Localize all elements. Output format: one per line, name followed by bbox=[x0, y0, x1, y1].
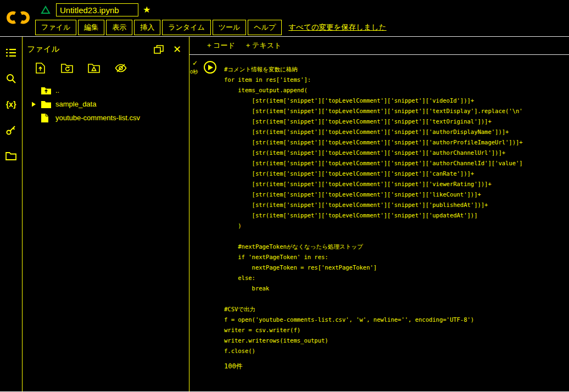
tree-label: sample_data bbox=[55, 100, 96, 108]
tree-row-csv-file[interactable]: youtube-comments-list.csv bbox=[23, 111, 189, 125]
cell-gutter: ✓ 0秒 bbox=[189, 58, 224, 356]
secrets-key-icon[interactable] bbox=[4, 124, 18, 136]
title-bar: ★ bbox=[40, 3, 150, 16]
open-in-tab-icon[interactable] bbox=[154, 45, 164, 54]
menu-item-runtime[interactable]: ランタイム bbox=[162, 20, 211, 35]
files-folder-icon[interactable] bbox=[4, 150, 18, 162]
close-panel-icon[interactable]: ✕ bbox=[173, 44, 181, 54]
file-panel: ファイル ✕ bbox=[23, 37, 189, 391]
folder-icon bbox=[41, 100, 53, 109]
mount-drive-icon[interactable] bbox=[87, 62, 101, 74]
code-line[interactable] bbox=[224, 231, 523, 242]
body: {x} ファイル bbox=[0, 37, 569, 391]
code-line[interactable]: if 'nextPageToken' in res: bbox=[224, 252, 523, 262]
menu-item-insert[interactable]: 挿入 bbox=[134, 20, 160, 35]
left-rail: {x} bbox=[0, 37, 23, 391]
cell-insert-toolbar: + コード + テキスト bbox=[189, 37, 569, 55]
code-line[interactable]: [str(item['snippet']['topLevelComment'][… bbox=[224, 210, 523, 221]
code-line[interactable]: [str(item['snippet']['topLevelComment'][… bbox=[224, 137, 523, 148]
code-line[interactable]: ) bbox=[224, 221, 523, 231]
code-line[interactable]: for item in res['items']: bbox=[224, 75, 523, 85]
cell-output: 100件 bbox=[224, 362, 569, 371]
code-line[interactable]: f.close() bbox=[224, 346, 523, 356]
play-icon bbox=[208, 65, 213, 70]
colab-logo[interactable] bbox=[5, 9, 31, 26]
notebook-main: + コード + テキスト ✓ 0秒 #コメント情報を変数に格納for item … bbox=[189, 37, 569, 391]
code-line[interactable]: break bbox=[224, 283, 523, 294]
hidden-files-eye-off-icon[interactable] bbox=[114, 62, 127, 74]
code-line[interactable]: [str(item['snippet']['topLevelComment'][… bbox=[224, 169, 523, 179]
file-icon bbox=[41, 113, 53, 123]
tree-label: .. bbox=[55, 86, 59, 94]
table-of-contents-icon[interactable] bbox=[4, 47, 18, 59]
save-status-link[interactable]: すべての変更を保存しました bbox=[288, 23, 386, 32]
exec-check-icon: ✓ bbox=[192, 59, 198, 67]
code-line[interactable] bbox=[224, 294, 523, 304]
exec-time: 0秒 bbox=[190, 69, 198, 76]
header: ★ ファイル 編集 表示 挿入 ランタイム ツール ヘルプ すべての変更を保存し… bbox=[0, 0, 569, 37]
menu-item-help[interactable]: ヘルプ bbox=[248, 20, 282, 35]
menu-item-tools[interactable]: ツール bbox=[213, 20, 247, 35]
tree-label: youtube-comments-list.csv bbox=[55, 114, 140, 122]
colab-logo-graphic bbox=[5, 9, 31, 26]
code-line[interactable]: #nextPageTokenがなくなったら処理ストップ bbox=[224, 242, 523, 252]
add-code-button[interactable]: + コード bbox=[207, 41, 235, 51]
code-editor[interactable]: #コメント情報を変数に格納for item in res['items']: i… bbox=[224, 58, 523, 356]
menu-bar: ファイル 編集 表示 挿入 ランタイム ツール ヘルプ すべての変更を保存しまし… bbox=[35, 20, 387, 35]
code-line[interactable]: [str(item['snippet']['topLevelComment'][… bbox=[224, 96, 523, 106]
star-icon[interactable]: ★ bbox=[143, 5, 150, 14]
code-line[interactable]: [str(item['snippet']['topLevelComment'][… bbox=[224, 179, 523, 189]
code-line[interactable]: writer.writerows(items_output) bbox=[224, 335, 523, 346]
code-line[interactable]: [str(item['snippet']['topLevelComment'][… bbox=[224, 127, 523, 137]
code-line[interactable]: [str(item['snippet']['topLevelComment'][… bbox=[224, 200, 523, 210]
code-line[interactable]: [str(item['snippet']['topLevelComment'][… bbox=[224, 148, 523, 158]
colab-app: ★ ファイル 編集 表示 挿入 ランタイム ツール ヘルプ すべての変更を保存し… bbox=[0, 0, 569, 392]
tree-row-sample-data[interactable]: sample_data bbox=[23, 97, 189, 111]
expand-chevron-icon[interactable] bbox=[31, 102, 41, 107]
code-line[interactable]: nextPageToken = res['nextPageToken'] bbox=[224, 262, 523, 273]
menu-item-edit[interactable]: 編集 bbox=[78, 20, 104, 35]
search-icon[interactable] bbox=[4, 72, 18, 85]
file-panel-toolbar bbox=[23, 59, 189, 74]
code-line[interactable]: [str(item['snippet']['topLevelComment'][… bbox=[224, 158, 523, 169]
code-line[interactable]: #コメント情報を変数に格納 bbox=[224, 64, 523, 75]
menu-item-file[interactable]: ファイル bbox=[35, 20, 76, 35]
variables-icon[interactable]: {x} bbox=[4, 98, 18, 110]
upload-file-icon[interactable] bbox=[34, 62, 47, 74]
file-panel-header: ファイル ✕ bbox=[23, 37, 189, 59]
code-line[interactable]: else: bbox=[224, 273, 523, 283]
code-line[interactable]: f = open('youtube-comments-list.csv', 'w… bbox=[224, 315, 523, 325]
code-cell: ✓ 0秒 #コメント情報を変数に格納for item in res['items… bbox=[189, 58, 569, 356]
code-line[interactable]: #CSVで出力 bbox=[224, 304, 523, 315]
file-tree: .. sample_data bbox=[23, 83, 189, 125]
drive-icon[interactable] bbox=[40, 4, 52, 16]
code-line[interactable]: [str(item['snippet']['topLevelComment'][… bbox=[224, 189, 523, 200]
file-panel-title: ファイル bbox=[27, 44, 59, 54]
tree-row-parent-dir[interactable]: .. bbox=[23, 83, 189, 97]
code-line[interactable]: items_output.append( bbox=[224, 85, 523, 96]
run-cell-button[interactable] bbox=[204, 61, 216, 74]
add-text-button[interactable]: + テキスト bbox=[246, 41, 281, 51]
parent-folder-icon bbox=[41, 86, 53, 95]
notebook-title-input[interactable] bbox=[56, 3, 138, 16]
code-line[interactable]: writer = csv.writer(f) bbox=[224, 325, 523, 335]
menu-item-view[interactable]: 表示 bbox=[106, 20, 132, 35]
code-line[interactable]: [str(item['snippet']['topLevelComment'][… bbox=[224, 106, 523, 116]
code-line[interactable]: [str(item['snippet']['topLevelComment'][… bbox=[224, 116, 523, 127]
refresh-folder-icon[interactable] bbox=[60, 62, 74, 74]
